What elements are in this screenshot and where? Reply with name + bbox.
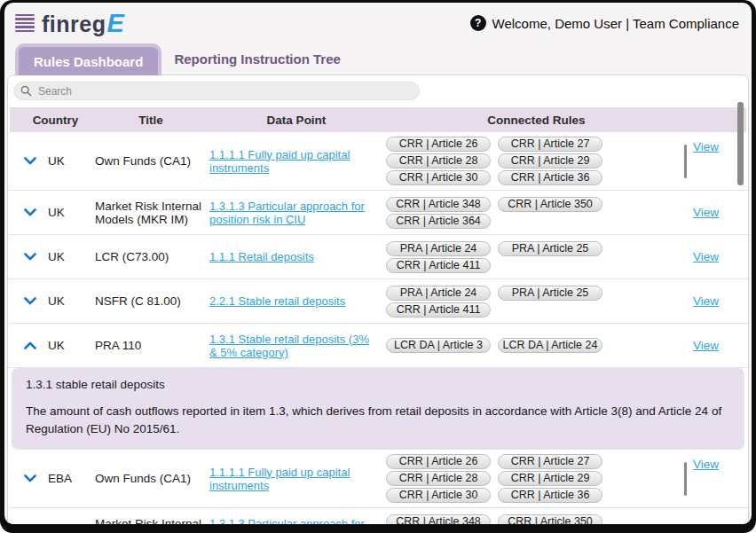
rule-pill-button[interactable]: PRA | Article 24 <box>386 241 491 256</box>
view-cell: View <box>693 137 734 185</box>
rule-pill-button[interactable]: CRR | Article 26 <box>386 454 491 469</box>
country-cell: UK <box>48 294 89 308</box>
view-link[interactable]: View <box>693 294 719 308</box>
rule-pill-button[interactable]: CRR | Article 348 <box>386 514 491 524</box>
title-cell: Market Risk Internal Models (MKR IM) <box>95 517 203 524</box>
rule-pill-button[interactable]: CRR | Article 27 <box>498 454 602 469</box>
expand-chevron-icon[interactable] <box>24 474 36 482</box>
country-cell: UK <box>48 206 89 219</box>
expanded-detail-section: 1.3.1 stable retail depositsThe amount o… <box>12 368 744 450</box>
view-link[interactable]: View <box>693 140 719 153</box>
data-point-cell: 1.1.1 Retail deposits <box>209 250 380 263</box>
tab-reporting-instruction-tree[interactable]: Reporting Instruction Tree <box>170 44 344 75</box>
column-header-title: Title <box>97 114 205 127</box>
data-point-link[interactable]: 1.3.1 Stable retail deposits (3% & 5% ca… <box>209 333 369 359</box>
rule-pill-button[interactable]: CRR | Article 350 <box>498 197 602 212</box>
connected-rules-cell: CRR | Article 26CRR | Article 27CRR | Ar… <box>386 454 687 503</box>
rule-pill-button[interactable]: CRR | Article 411 <box>386 302 491 317</box>
vertical-scrollbar-thumb[interactable] <box>737 102 744 185</box>
rule-pill-list: LCR DA | Article 3LCR DA | Article 24 <box>386 338 602 353</box>
rule-pill-button[interactable]: CRR | Article 348 <box>386 197 491 212</box>
view-link[interactable]: View <box>693 250 719 263</box>
search-input[interactable] <box>13 82 420 100</box>
rule-pill-list: PRA | Article 24PRA | Article 25CRR | Ar… <box>386 286 687 317</box>
rule-pill-button[interactable]: CRR | Article 28 <box>386 471 491 486</box>
table-row: UKPRA 1101.3.1 Stable retail deposits (3… <box>8 324 748 368</box>
table-row: UKNSFR (C 81.00)2.2.1 Stable retail depo… <box>8 279 748 324</box>
rule-pill-list: CRR | Article 26CRR | Article 27CRR | Ar… <box>386 454 680 503</box>
chevron-cell <box>19 474 42 482</box>
rule-pill-button[interactable]: CRR | Article 30 <box>386 170 491 185</box>
expand-chevron-icon[interactable] <box>24 253 36 261</box>
rule-pill-list: PRA | Article 24PRA | Article 25CRR | Ar… <box>386 241 687 273</box>
connected-rules-cell: CRR | Article 26CRR | Article 27CRR | Ar… <box>386 137 687 185</box>
title-cell: Own Funds (CA1) <box>95 154 203 168</box>
chevron-cell <box>19 157 42 165</box>
view-link[interactable]: View <box>693 523 719 524</box>
rules-scrollbar-thumb[interactable] <box>684 145 687 178</box>
help-icon[interactable]: ? <box>470 15 486 31</box>
view-link[interactable]: View <box>693 206 719 219</box>
rule-pill-list: CRR | Article 348CRR | Article 350CRR | … <box>386 514 687 524</box>
view-link[interactable]: View <box>693 458 719 471</box>
data-point-link[interactable]: 2.2.1 Stable retail deposits <box>209 294 345 308</box>
data-point-link[interactable]: 1.3.1.3 Particular approach for position… <box>209 200 365 226</box>
rule-pill-button[interactable]: PRA | Article 24 <box>386 286 491 301</box>
country-cell: EBA <box>48 472 89 485</box>
country-cell: EBA <box>48 523 89 524</box>
data-point-link[interactable]: 1.3.1.3 Particular approach for position… <box>209 517 365 524</box>
rule-pill-button[interactable]: LCR DA | Article 3 <box>386 338 491 353</box>
user-area: ? Welcome, Demo User | Team Compliance <box>470 15 739 31</box>
country-cell: UK <box>48 154 89 168</box>
expand-chevron-icon[interactable] <box>24 157 36 165</box>
rule-pill-button[interactable]: CRR | Article 411 <box>386 258 491 273</box>
top-header: finregE ? Welcome, Demo User | Team Comp… <box>4 3 752 43</box>
rule-pill-button[interactable]: CRR | Article 29 <box>498 153 602 169</box>
data-point-link[interactable]: 1.1.1 Retail deposits <box>209 250 314 263</box>
expand-chevron-icon[interactable] <box>24 297 36 305</box>
rule-pill-button[interactable]: CRR | Article 350 <box>498 514 602 524</box>
rule-pill-button[interactable]: CRR | Article 27 <box>498 137 602 152</box>
view-link[interactable]: View <box>693 339 719 352</box>
brand: finregE <box>15 9 124 38</box>
table-row: UKOwn Funds (CA1)1.1.1.1 Fully paid up c… <box>8 132 748 191</box>
country-cell: UK <box>48 250 89 263</box>
hamburger-menu-icon[interactable] <box>15 14 35 33</box>
data-point-link[interactable]: 1.1.1.1 Fully paid up capital instrument… <box>209 466 350 492</box>
rule-pill-button[interactable]: CRR | Article 28 <box>386 153 491 169</box>
chevron-cell <box>19 341 42 349</box>
data-point-cell: 1.1.1.1 Fully paid up capital instrument… <box>209 466 380 492</box>
rule-pill-button[interactable]: CRR | Article 364 <box>386 214 491 229</box>
title-cell: NSFR (C 81.00) <box>95 294 203 308</box>
data-point-cell: 1.3.1.3 Particular approach for position… <box>209 517 380 524</box>
tab-rules-dashboard[interactable]: Rules Dashboard <box>15 43 161 75</box>
table-body: UKOwn Funds (CA1)1.1.1.1 Fully paid up c… <box>8 132 748 524</box>
logo-accent: E <box>106 9 124 37</box>
detail-title: 1.3.1 stable retail deposits <box>26 378 730 391</box>
expand-chevron-icon[interactable] <box>24 208 36 216</box>
title-cell: Market Risk Internal Models (MKR IM) <box>95 200 203 226</box>
column-header-connected-rules: Connected Rules <box>388 114 685 127</box>
search-icon <box>20 84 32 100</box>
search-bar <box>13 82 420 100</box>
app-logo: finregE <box>42 9 124 38</box>
view-cell: View <box>693 328 734 363</box>
rule-pill-button[interactable]: PRA | Article 25 <box>498 241 602 256</box>
connected-rules-cell: PRA | Article 24PRA | Article 25CRR | Ar… <box>386 286 687 317</box>
rule-pill-button[interactable]: CRR | Article 29 <box>498 471 602 486</box>
rule-pill-button[interactable]: CRR | Article 36 <box>498 170 602 185</box>
data-point-cell: 1.3.1.3 Particular approach for position… <box>209 200 380 226</box>
table-row: EBAOwn Funds (CA1)1.1.1.1 Fully paid up … <box>8 450 748 508</box>
rule-pill-button[interactable]: CRR | Article 26 <box>386 137 491 152</box>
rule-pill-button[interactable]: CRR | Article 30 <box>386 488 491 503</box>
rule-pill-button[interactable]: LCR DA | Article 24 <box>498 338 602 353</box>
rule-pill-button[interactable]: CRR | Article 36 <box>498 488 602 503</box>
collapse-chevron-icon[interactable] <box>24 341 36 349</box>
connected-rules-cell: LCR DA | Article 3LCR DA | Article 24 <box>386 338 687 353</box>
rule-pill-button[interactable]: PRA | Article 25 <box>498 286 602 301</box>
data-point-link[interactable]: 1.1.1.1 Fully paid up capital instrument… <box>209 148 350 175</box>
rules-scrollbar-thumb[interactable] <box>684 462 687 496</box>
chevron-cell <box>19 297 42 305</box>
title-cell: PRA 110 <box>95 339 203 352</box>
table-row: EBAMarket Risk Internal Models (MKR IM)1… <box>8 508 748 524</box>
